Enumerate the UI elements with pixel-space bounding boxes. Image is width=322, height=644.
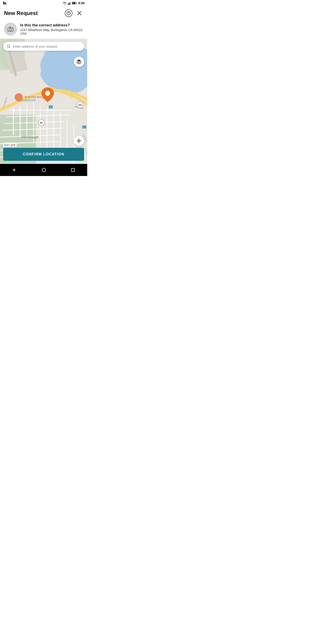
svg-point-48 xyxy=(42,168,46,172)
svg-rect-2 xyxy=(5,3,6,4)
svg-rect-34 xyxy=(82,126,86,128)
close-button[interactable] xyxy=(76,10,83,17)
camera-avatar[interactable] xyxy=(4,22,17,36)
search-input[interactable] xyxy=(13,44,80,48)
address-text-block: Is this the correct address? 1247 Whiteh… xyxy=(20,23,83,35)
navigation-bar xyxy=(0,164,87,176)
google-logo: G o o g l e xyxy=(3,143,16,147)
wifi-icon xyxy=(62,2,67,5)
svg-text:101: 101 xyxy=(78,104,82,106)
svg-point-43 xyxy=(79,141,80,141)
search-bar[interactable] xyxy=(3,42,84,51)
svg-rect-4 xyxy=(68,3,69,5)
layers-icon xyxy=(76,59,82,64)
svg-rect-0 xyxy=(3,1,4,4)
recent-apps-button[interactable] xyxy=(66,166,80,174)
battery-icon xyxy=(72,2,77,4)
svg-point-14 xyxy=(12,28,12,29)
svg-rect-1 xyxy=(4,2,5,4)
my-location-icon xyxy=(76,138,82,144)
confirm-location-button[interactable]: CONFIRM LOCATION xyxy=(3,148,84,161)
address-confirmation-bar: Is this the correct address? 1247 Whiteh… xyxy=(0,20,87,39)
svg-text:82: 82 xyxy=(40,122,43,124)
signal-icon xyxy=(68,2,71,5)
svg-point-40 xyxy=(45,91,50,96)
address-question: Is this the correct address? xyxy=(20,23,83,28)
home-button[interactable] xyxy=(36,166,52,174)
svg-point-13 xyxy=(10,28,12,31)
app-header: New Request xyxy=(0,6,87,20)
svg-rect-6 xyxy=(70,2,71,5)
svg-text:🍔: 🍔 xyxy=(17,96,20,99)
page-title: New Request xyxy=(4,10,38,16)
svg-rect-49 xyxy=(71,168,74,172)
svg-point-11 xyxy=(68,14,69,14)
sim-icon xyxy=(3,1,7,5)
svg-rect-3 xyxy=(68,4,68,5)
my-location-button[interactable] xyxy=(74,136,84,146)
camera-plus-icon xyxy=(8,26,14,32)
svg-rect-9 xyxy=(74,2,74,4)
clock: 8:59 xyxy=(78,1,84,5)
svg-rect-5 xyxy=(69,2,70,5)
svg-text:🚌: 🚌 xyxy=(50,106,52,108)
header-actions xyxy=(65,10,83,17)
status-icons: 8:59 xyxy=(62,1,84,5)
help-button[interactable] xyxy=(65,10,72,17)
search-icon xyxy=(7,44,11,48)
layer-toggle-button[interactable] xyxy=(74,56,84,67)
status-bar: 8:59 xyxy=(0,0,87,6)
svg-text:Hillsborough: Hillsborough xyxy=(21,135,39,139)
map-container[interactable]: Trousdale Dr California Dr Peninsula Ave… xyxy=(0,39,87,164)
back-button[interactable] xyxy=(7,166,22,174)
address-detail: 1247 Whitehorn Way, Burlingame, CA 94010… xyxy=(20,28,83,35)
